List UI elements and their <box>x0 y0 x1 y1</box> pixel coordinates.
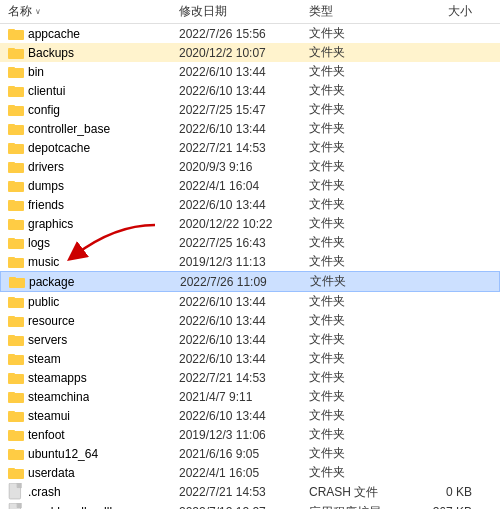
svg-rect-17 <box>8 181 15 183</box>
folder-icon <box>8 333 24 346</box>
list-item[interactable]: clientui2022/6/10 13:44文件夹 <box>0 81 500 100</box>
file-name-cell: drivers <box>0 160 175 174</box>
type-cell: 文件夹 <box>305 139 415 156</box>
date-cell: 2022/7/26 15:56 <box>175 27 305 41</box>
svg-rect-26 <box>9 278 25 288</box>
file-name-cell: userdata <box>0 466 175 480</box>
svg-rect-44 <box>8 450 24 460</box>
svg-rect-42 <box>8 431 24 441</box>
list-item[interactable]: drivers2020/9/3 9:16文件夹 <box>0 157 500 176</box>
list-item[interactable]: controller_base2022/6/10 13:44文件夹 <box>0 119 500 138</box>
list-item[interactable]: graphics2020/12/22 10:22文件夹 <box>0 214 500 233</box>
filename-label: controller_base <box>28 122 110 136</box>
list-item[interactable]: servers2022/6/10 13:44文件夹 <box>0 330 500 349</box>
file-icon <box>8 483 24 501</box>
file-name-cell: package <box>1 275 176 289</box>
svg-rect-32 <box>8 336 24 346</box>
svg-rect-11 <box>8 124 15 126</box>
folder-icon <box>8 160 24 173</box>
type-cell: 文件夹 <box>305 464 415 481</box>
folder-icon <box>8 314 24 327</box>
svg-rect-3 <box>8 48 15 50</box>
date-column-header[interactable]: 修改日期 <box>175 3 305 20</box>
date-cell: 2022/6/10 13:44 <box>175 84 305 98</box>
list-item[interactable]: logs2022/7/25 16:43文件夹 <box>0 233 500 252</box>
svg-rect-37 <box>8 373 15 375</box>
list-item[interactable]: crashhandler.dll2022/7/12 12:27应用程序扩展367… <box>0 502 500 509</box>
list-item[interactable]: public2022/6/10 13:44文件夹 <box>0 292 500 311</box>
list-item[interactable]: resource2022/6/10 13:44文件夹 <box>0 311 500 330</box>
list-item[interactable]: tenfoot2019/12/3 11:06文件夹 <box>0 425 500 444</box>
list-item[interactable]: ubuntu12_642021/6/16 9:05文件夹 <box>0 444 500 463</box>
svg-rect-12 <box>8 144 24 154</box>
file-name-cell: .crash <box>0 483 175 501</box>
type-column-header[interactable]: 类型 <box>305 3 415 20</box>
type-cell: 文件夹 <box>305 445 415 462</box>
filename-label: graphics <box>28 217 73 231</box>
list-item[interactable]: config2022/7/25 15:47文件夹 <box>0 100 500 119</box>
filename-label: music <box>28 255 59 269</box>
size-column-header[interactable]: 大小 <box>415 3 480 20</box>
svg-rect-23 <box>8 238 15 240</box>
svg-rect-47 <box>8 468 15 470</box>
folder-icon <box>8 122 24 135</box>
list-item[interactable]: steam2022/6/10 13:44文件夹 <box>0 349 500 368</box>
file-name-cell: clientui <box>0 84 175 98</box>
list-item[interactable]: music2019/12/3 11:13文件夹 <box>0 252 500 271</box>
list-item[interactable]: steamui2022/6/10 13:44文件夹 <box>0 406 500 425</box>
file-name-cell: steamapps <box>0 371 175 385</box>
file-name-cell: appcache <box>0 27 175 41</box>
list-item[interactable]: dumps2022/4/1 16:04文件夹 <box>0 176 500 195</box>
svg-rect-14 <box>8 163 24 173</box>
filename-label: appcache <box>28 27 80 41</box>
date-cell: 2019/12/3 11:13 <box>175 255 305 269</box>
type-cell: CRASH 文件 <box>305 484 415 501</box>
folder-icon <box>8 84 24 97</box>
list-item[interactable]: .crash2022/7/21 14:53CRASH 文件0 KB <box>0 482 500 502</box>
name-column-header[interactable]: 名称 ∨ <box>0 3 175 20</box>
date-cell: 2022/6/10 13:44 <box>175 198 305 212</box>
svg-rect-25 <box>8 257 15 259</box>
date-cell: 2021/6/16 9:05 <box>175 447 305 461</box>
size-cell: 0 KB <box>415 485 480 499</box>
list-item[interactable]: bin2022/6/10 13:44文件夹 <box>0 62 500 81</box>
file-name-cell: steam <box>0 352 175 366</box>
date-cell: 2022/7/21 14:53 <box>175 485 305 499</box>
list-item[interactable]: depotcache2022/7/21 14:53文件夹 <box>0 138 500 157</box>
file-name-cell: steamui <box>0 409 175 423</box>
list-item[interactable]: steamchina2021/4/7 9:11文件夹 <box>0 387 500 406</box>
filename-label: clientui <box>28 84 65 98</box>
file-name-cell: steamchina <box>0 390 175 404</box>
folder-icon <box>8 27 24 40</box>
svg-rect-21 <box>8 219 15 221</box>
file-name-cell: graphics <box>0 217 175 231</box>
folder-icon <box>8 141 24 154</box>
filename-label: ubuntu12_64 <box>28 447 98 461</box>
type-cell: 文件夹 <box>305 407 415 424</box>
type-cell: 文件夹 <box>305 234 415 251</box>
list-item[interactable]: Backups2020/12/2 10:07文件夹 <box>0 43 500 62</box>
list-item[interactable]: userdata2022/4/1 16:05文件夹 <box>0 463 500 482</box>
svg-rect-0 <box>8 30 24 40</box>
type-cell: 文件夹 <box>305 215 415 232</box>
file-name-cell: config <box>0 103 175 117</box>
file-list: appcache2022/7/26 15:56文件夹 Backups2020/1… <box>0 24 500 509</box>
list-item[interactable]: package2022/7/26 11:09文件夹 <box>0 271 500 292</box>
file-name-cell: ubuntu12_64 <box>0 447 175 461</box>
file-explorer: 名称 ∨ 修改日期 类型 大小 appcache2022/7/26 15:56文… <box>0 0 500 509</box>
svg-rect-36 <box>8 374 24 384</box>
type-cell: 文件夹 <box>305 44 415 61</box>
list-item[interactable]: friends2022/6/10 13:44文件夹 <box>0 195 500 214</box>
svg-rect-15 <box>8 162 15 164</box>
folder-icon <box>8 447 24 460</box>
folder-icon <box>8 236 24 249</box>
type-cell: 文件夹 <box>305 158 415 175</box>
svg-rect-19 <box>8 200 15 202</box>
filename-label: steamapps <box>28 371 87 385</box>
list-item[interactable]: appcache2022/7/26 15:56文件夹 <box>0 24 500 43</box>
folder-icon <box>9 275 25 288</box>
date-cell: 2022/6/10 13:44 <box>175 352 305 366</box>
list-item[interactable]: steamapps2022/7/21 14:53文件夹 <box>0 368 500 387</box>
date-cell: 2022/6/10 13:44 <box>175 333 305 347</box>
file-name-cell: resource <box>0 314 175 328</box>
